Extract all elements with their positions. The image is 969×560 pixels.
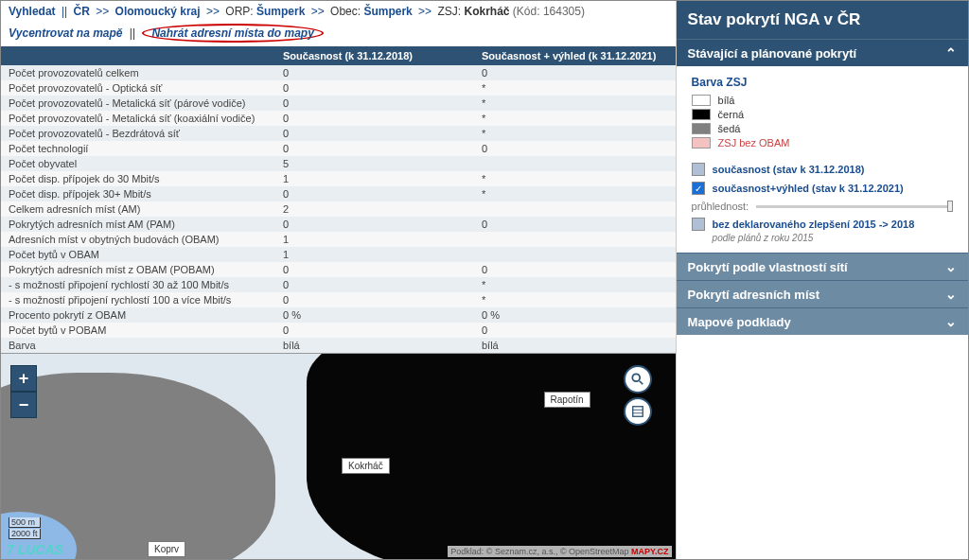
row-val-outlook: * [474,80,673,96]
row-label: Barva [1,338,275,353]
row-val-present: 0 [275,262,474,277]
row-val-outlook: 0 [474,141,673,156]
row-label: Počet provozovatelů celkem [1,65,275,80]
lucas-watermark: 7 LUCAS [7,542,63,557]
table-row: Počet disp. přípojek do 30 Mbit/s1* [1,171,676,186]
color-swatch [692,137,711,149]
table-header: Současnost (k 31.12.2018) Současnost + v… [1,46,676,65]
legend-label: bílá [718,95,735,106]
row-val-present: 1 [275,232,474,247]
row-label: Celkem adresních míst (AM) [1,201,275,217]
row-val-outlook: 0 [474,323,673,338]
row-val-outlook: * [474,111,673,126]
upload-addresses-link[interactable]: Nahrát adresní místa do mapy [151,26,313,40]
row-label: Počet technologií [1,141,275,156]
map-search-button[interactable] [624,365,652,394]
zoom-out-button[interactable]: − [10,392,37,418]
checkbox-icon [692,218,705,231]
row-label: Adresních míst v obytných budovách (OBAM… [1,232,275,247]
row-label: Počet disp. přípojek 30+ Mbit/s [1,186,275,201]
crumb-cr[interactable]: ČR [74,5,90,18]
row-val-outlook: bílá [474,338,673,353]
row-val-outlook: * [474,96,673,111]
row-label: Počet provozovatelů - Metalická síť (koa… [1,111,275,126]
accordion-addresses[interactable]: Pokrytí adresních míst ⌄ [677,280,968,307]
table-row: Počet obyvatel5 [1,156,676,171]
zoom-in-button[interactable]: + [10,365,37,392]
row-val-present: 0 [275,141,474,156]
row-val-outlook: 0 % [474,307,673,323]
opacity-slider[interactable] [756,205,953,208]
checkbox-subnote: podle plánů z roku 2015 [713,233,953,243]
row-val-outlook: 0 [474,65,673,80]
col-present: Současnost (k 31.12.2018) [275,46,474,65]
legend-item: ZSJ bez OBAM [692,137,953,149]
row-label: Počet bytů v OBAM [1,247,275,262]
crumb-kraj[interactable]: Olomoucký kraj [115,5,201,18]
row-val-present: 2 [275,201,474,217]
chevron-down-icon: ⌄ [945,314,957,329]
table-row: Adresních míst v obytných budovách (OBAM… [1,232,676,247]
row-val-outlook: * [474,277,673,292]
legend-item: bílá [692,95,953,106]
accordion-basemaps[interactable]: Mapové podklady ⌄ [677,307,968,335]
crumb-code: (Kód: 164305) [513,5,585,18]
crumb-zsj: Kokrháč [464,5,509,18]
chevron-up-icon: ⌃ [945,45,957,61]
right-panel: Stav pokrytí NGA v ČR Stávající a plánov… [676,1,968,559]
row-val-present: 0 [275,323,474,338]
table-row: Procento pokrytí z OBAM0 %0 % [1,307,676,323]
table-row: Barvabílábílá [1,338,676,353]
row-label: - s možností připojení rychlostí 30 až 1… [1,277,275,292]
row-val-outlook [474,232,673,247]
checkbox-current[interactable]: současnost (stav k 31.12.2018) [692,163,953,176]
map-layers-button[interactable] [624,397,652,426]
legend-label: ZSJ bez OBAM [718,137,790,149]
breadcrumb: Vyhledat || ČR >> Olomoucký kraj >> ORP:… [1,1,676,22]
table-row: Celkem adresních míst (AM)2 [1,201,676,217]
row-val-outlook: * [474,292,673,307]
table-row: Počet bytů v OBAM1 [1,247,676,262]
row-val-present: 0 [275,80,474,96]
legend-label: černá [718,109,745,120]
checkbox-icon [692,163,705,176]
color-swatch [692,123,711,134]
table-row: - s možností připojení rychlostí 100 a v… [1,292,676,307]
map-area[interactable]: + − Rapotín Kokrháč Koprv 500 m 2000 ft … [1,353,676,559]
map-label-kokrhac: Kokrháč [342,458,390,474]
row-label: Pokrytých adresních míst z OBAM (POBAM) [1,262,275,277]
color-swatch [692,109,711,120]
accordion-current-planned[interactable]: Stávající a plánované pokrytí ⌃ [677,39,968,66]
row-val-present: 0 % [275,307,474,323]
checkbox-no-improvement[interactable]: bez deklarovaného zlepšení 2015 -> 2018 [692,218,953,231]
zoom-controls: + − [10,365,37,418]
row-val-present: 0 [275,96,474,111]
row-val-present: 0 [275,111,474,126]
row-label: Počet provozovatelů - Optická síť [1,80,275,96]
slider-thumb[interactable] [947,201,953,212]
svg-rect-2 [632,407,643,417]
center-map-link[interactable]: Vycentrovat na mapě [9,26,123,40]
row-val-present: 0 [275,65,474,80]
map-label-rapotin: Rapotín [544,392,590,408]
checkbox-outlook[interactable]: ✓ současnost+výhled (stav k 31.12.2021) [692,182,953,195]
crumb-orp[interactable]: Šumperk [256,5,305,18]
table-row: Počet provozovatelů celkem00 [1,65,676,80]
svg-point-0 [632,374,640,381]
table-row: Počet bytů v POBAM00 [1,323,676,338]
opacity-slider-row: průhlednost: [692,201,953,212]
accordion-network-properties[interactable]: Pokrytí podle vlastností sítí ⌄ [677,253,968,280]
row-val-present: 5 [275,156,474,171]
table-row: Počet provozovatelů - Optická síť0* [1,80,676,96]
row-val-present: 0 [275,126,474,141]
row-val-present: 1 [275,247,474,262]
map-land-black [307,353,676,559]
highlight-oval: Nahrát adresní místa do mapy [142,24,323,43]
row-label: Počet disp. přípojek do 30 Mbit/s [1,171,275,186]
crumb-obec[interactable]: Šumperk [363,5,412,18]
search-link[interactable]: Vyhledat [9,5,56,18]
accordion-body-1: Barva ZSJ bíláčernášedáZSJ bez OBAM souč… [677,66,968,253]
row-val-outlook [474,247,673,262]
table-row: Počet disp. přípojek 30+ Mbit/s0* [1,186,676,201]
map-tools [624,365,652,426]
